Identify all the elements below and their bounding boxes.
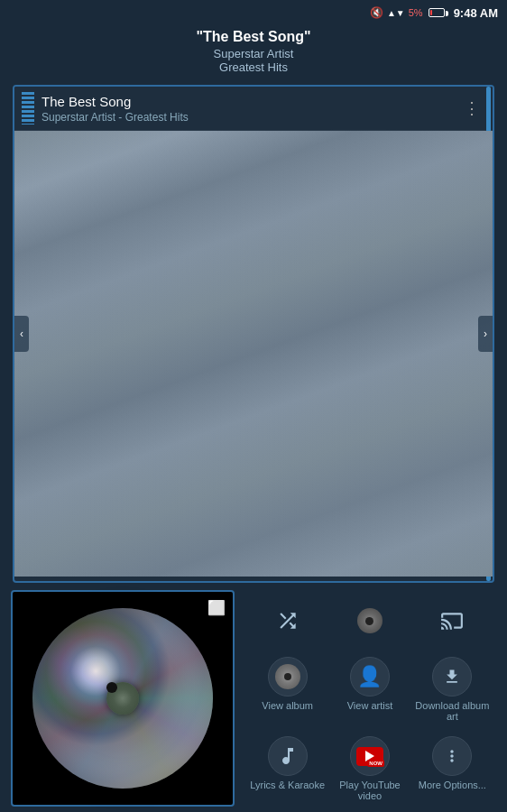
three-dots-icon (443, 747, 461, 765)
player-main-row: ⬜ (11, 590, 496, 807)
download-album-art-button[interactable]: Download album art (412, 651, 493, 727)
header-album: Greatest Hits (0, 60, 507, 74)
album-art-disc (32, 608, 213, 789)
lyrics-icon (275, 743, 300, 769)
cd-center (106, 682, 139, 715)
lyrics-karaoke-button[interactable]: Lyrics & Karaoke (247, 731, 327, 807)
signal-icon: ▲▼ (387, 8, 405, 18)
action-buttons-grid: View album 👤 View artist Downl (244, 648, 496, 810)
playback-controls-row (244, 594, 496, 648)
cd-hole (106, 682, 117, 693)
view-album-label: View album (262, 700, 313, 711)
song-title: The Best Song (41, 94, 458, 109)
song-info: The Best Song Superstar Artist - Greates… (41, 94, 458, 124)
album-art-container: ⬜ (11, 590, 235, 807)
more-options-label: More Options... (419, 780, 486, 790)
download-icon-circle (432, 657, 472, 697)
play-youtube-label: Play YouTube video (331, 780, 408, 801)
download-arrow-icon (443, 668, 461, 686)
repeat-disc-button[interactable] (350, 601, 390, 641)
download-album-art-label: Download album art (414, 700, 491, 722)
album-disc-icon (275, 664, 300, 689)
album-display-area (14, 131, 493, 577)
album-disc-hole (284, 673, 291, 680)
shuffle-button[interactable] (268, 601, 308, 641)
download-icon (439, 664, 465, 689)
drag-handle-icon[interactable] (22, 92, 34, 125)
battery-icon (429, 8, 445, 17)
battery-percent: 5% (409, 7, 423, 18)
song-list-item[interactable]: The Best Song Superstar Artist - Greates… (14, 87, 493, 131)
next-panel-arrow[interactable]: › (478, 316, 493, 352)
shuffle-icon (276, 609, 300, 632)
cast-icon (440, 609, 464, 632)
more-options-icon-circle (432, 736, 472, 776)
youtube-icon: NOW (356, 747, 383, 766)
song-artist-album: Superstar Artist - Greatest Hits (41, 111, 458, 124)
screen-cast-button[interactable] (432, 601, 472, 641)
status-time: 9:48 AM (454, 6, 498, 20)
view-album-icon-circle (268, 657, 308, 697)
no-sound-icon: 🔇 (370, 6, 383, 19)
person-icon: 👤 (357, 665, 382, 688)
more-options-icon (439, 743, 465, 769)
chevron-right-icon: › (484, 328, 487, 340)
cast-screen-icon[interactable]: ⬜ (207, 599, 226, 616)
status-icons: 🔇 ▲▼ 5% 9:48 AM (370, 6, 498, 20)
view-album-button[interactable]: View album (247, 651, 327, 727)
playlist-panel: The Best Song Superstar Artist - Greates… (13, 85, 494, 583)
song-menu-button[interactable]: ⋮ (458, 95, 485, 122)
youtube-icon-circle: NOW (350, 736, 390, 776)
disc-icon (357, 608, 383, 633)
status-bar: 🔇 ▲▼ 5% 9:48 AM (0, 0, 507, 25)
more-options-button[interactable]: More Options... (412, 731, 493, 807)
prev-panel-arrow[interactable]: ‹ (14, 316, 29, 352)
view-artist-button[interactable]: 👤 View artist (329, 651, 410, 727)
view-artist-icon-circle: 👤 (350, 657, 390, 697)
header-song-title: "The Best Song" (0, 29, 507, 45)
disc-hole (365, 617, 373, 625)
note-icon (277, 745, 299, 767)
lyrics-icon-circle (268, 736, 308, 776)
view-artist-label: View artist (347, 700, 393, 711)
now-playing-header: "The Best Song" Superstar Artist Greates… (0, 25, 507, 79)
lyrics-karaoke-label: Lyrics & Karaoke (250, 780, 325, 790)
header-artist: Superstar Artist (0, 47, 507, 60)
play-youtube-button[interactable]: NOW Play YouTube video (329, 731, 410, 807)
chevron-left-icon: ‹ (20, 328, 23, 340)
controls-panel: View album 👤 View artist Downl (244, 590, 496, 807)
